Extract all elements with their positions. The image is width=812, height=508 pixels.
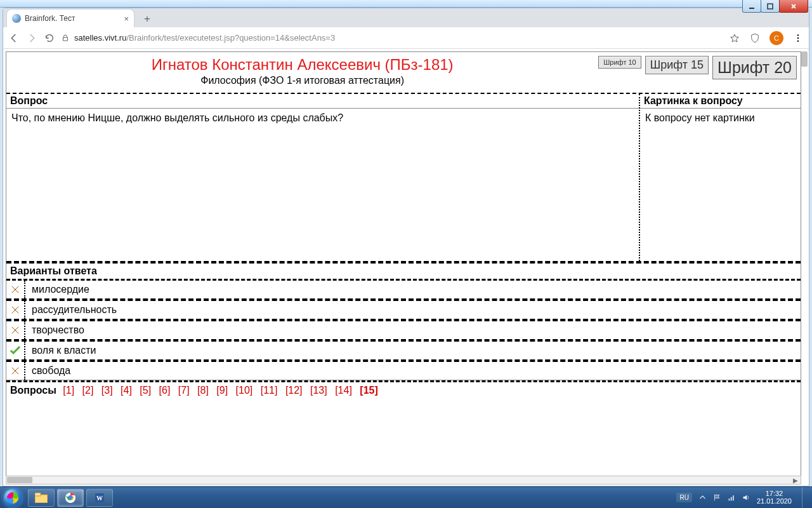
toolbar: satelles.vivt.ru/Brainfork/test/executet… — [3, 27, 809, 49]
tray-clock[interactable]: 17:32 21.01.2020 — [757, 490, 792, 505]
scrollbar-thumb[interactable] — [7, 477, 32, 483]
avatar-letter: С — [774, 34, 779, 42]
nav-back-button[interactable] — [8, 32, 20, 44]
svg-rect-1 — [768, 4, 773, 9]
browser-tab[interactable]: Brainfork. Тест × — [7, 10, 134, 27]
qnav-link[interactable]: [1] — [63, 385, 74, 396]
svg-point-2 — [797, 34, 799, 36]
answer-text: творчество — [25, 321, 91, 339]
answer-row[interactable]: милосердие — [6, 281, 801, 301]
qnav-link[interactable]: [11] — [261, 385, 278, 396]
horizontal-scrollbar[interactable]: ▶ — [6, 476, 801, 485]
network-icon[interactable] — [728, 493, 736, 502]
answer-row[interactable]: творчество — [6, 321, 801, 342]
svg-rect-12 — [731, 497, 732, 501]
scrollbar-right-arrow[interactable]: ▶ — [791, 477, 800, 483]
student-name: Игнатов Константин Алексеевич (ПБз-181) — [6, 56, 598, 74]
course-name: Философия (ФЗО 1-я итоговая аттестация) — [6, 75, 598, 86]
check-icon — [6, 342, 25, 359]
svg-rect-11 — [729, 498, 730, 500]
url-path: /Brainfork/test/executetest.jsp?question… — [126, 33, 335, 43]
bookmark-star-icon[interactable] — [729, 32, 740, 44]
svg-point-3 — [797, 37, 799, 38]
page-viewport: Игнатов Константин Алексеевич (ПБз-181) … — [3, 49, 809, 486]
window-close-button[interactable] — [779, 0, 808, 13]
tab-strip: Brainfork. Тест × + — [3, 8, 809, 27]
new-tab-button[interactable]: + — [139, 11, 155, 27]
vertical-scrollbar[interactable] — [801, 51, 808, 67]
tab-close-icon[interactable]: × — [124, 14, 129, 23]
picture-label: Картинка к вопросу — [640, 94, 801, 109]
taskbar-word[interactable]: W — [86, 489, 113, 507]
font-10-button[interactable]: Шрифт 10 — [598, 56, 641, 69]
profile-avatar[interactable]: С — [769, 31, 783, 45]
taskbar-explorer[interactable] — [28, 489, 55, 507]
answers-label: Варианты ответа — [6, 264, 801, 281]
x-icon — [6, 301, 25, 319]
show-desktop-button[interactable] — [802, 487, 808, 508]
svg-rect-6 — [35, 493, 41, 496]
taskbar-chrome[interactable] — [57, 489, 84, 507]
answers-section: Варианты ответа милосердиерассудительнос… — [6, 261, 801, 380]
x-icon — [6, 321, 25, 339]
address-bar[interactable]: satelles.vivt.ru/Brainfork/test/executet… — [62, 33, 717, 43]
qnav-link[interactable]: [8] — [197, 385, 209, 396]
start-button[interactable] — [0, 487, 25, 508]
test-header: Игнатов Константин Алексеевич (ПБз-181) … — [6, 52, 801, 94]
lock-icon — [62, 34, 69, 42]
tray-up-icon[interactable] — [698, 493, 707, 502]
answer-row[interactable]: рассудительность — [6, 301, 801, 321]
window-titlebar — [0, 0, 812, 8]
shield-icon[interactable] — [749, 32, 761, 44]
kebab-menu-icon[interactable] — [792, 32, 804, 44]
taskbar: W RU 17:32 21.01.2020 — [0, 486, 812, 508]
font-15-button[interactable]: Шрифт 15 — [645, 56, 709, 74]
svg-text:W: W — [96, 495, 103, 502]
answer-text: милосердие — [25, 281, 96, 298]
svg-rect-13 — [733, 495, 734, 500]
nav-reload-button[interactable] — [44, 32, 55, 44]
x-icon — [6, 362, 25, 380]
test-frame: Игнатов Константин Алексеевич (ПБз-181) … — [6, 51, 801, 483]
x-icon — [6, 281, 25, 298]
qnav-label: Вопросы — [10, 385, 56, 396]
font-size-controls: Шрифт 10 Шрифт 15 Шрифт 20 — [598, 52, 801, 93]
qnav-link[interactable]: [2] — [82, 385, 94, 396]
answer-text: свобода — [25, 362, 77, 380]
clock-date: 21.01.2020 — [757, 498, 792, 505]
qnav-link[interactable]: [10] — [236, 385, 253, 396]
qnav-link[interactable]: [6] — [159, 385, 171, 396]
answer-text: воля к власти — [25, 342, 102, 359]
qnav-link[interactable]: [15] — [360, 385, 377, 396]
qnav-link[interactable]: [5] — [140, 385, 151, 396]
svg-rect-0 — [749, 8, 754, 9]
system-tray: RU 17:32 21.01.2020 — [676, 487, 812, 508]
nav-forward-button[interactable] — [26, 32, 37, 44]
qnav-link[interactable]: [12] — [285, 385, 303, 396]
question-text: Что, по мнению Ницше, должно выделять си… — [6, 109, 639, 261]
tab-title: Brainfork. Тест — [25, 14, 120, 23]
language-indicator[interactable]: RU — [676, 493, 691, 502]
qnav-link[interactable]: [9] — [216, 385, 228, 396]
windows-orb-icon — [4, 489, 22, 507]
question-row: Вопрос Что, по мнению Ницше, должно выде… — [6, 94, 801, 261]
font-20-button[interactable]: Шрифт 20 — [712, 56, 797, 79]
browser-window: Brainfork. Тест × + satelles.vivt.ru/Bra… — [3, 8, 809, 486]
qnav-link[interactable]: [4] — [121, 385, 132, 396]
window-minimize-button[interactable] — [742, 0, 761, 13]
window-maximize-button[interactable] — [761, 0, 780, 13]
svg-point-4 — [797, 40, 799, 41]
flag-icon[interactable] — [713, 493, 721, 502]
qnav-link[interactable]: [14] — [335, 385, 352, 396]
answer-row[interactable]: свобода — [6, 362, 801, 380]
clock-time: 17:32 — [757, 490, 792, 498]
question-label: Вопрос — [6, 94, 639, 109]
no-picture-text: К вопросу нет картинки — [640, 109, 801, 128]
volume-icon[interactable] — [742, 493, 750, 502]
qnav-link[interactable]: [3] — [102, 385, 113, 396]
qnav-link[interactable]: [7] — [178, 385, 190, 396]
qnav-link[interactable]: [13] — [310, 385, 327, 396]
answer-row[interactable]: воля к власти — [6, 342, 801, 362]
question-nav: Вопросы [1] [2] [3] [4] [5] [6] [7] [8] … — [6, 380, 801, 399]
url-host: satelles.vivt.ru — [74, 33, 126, 43]
